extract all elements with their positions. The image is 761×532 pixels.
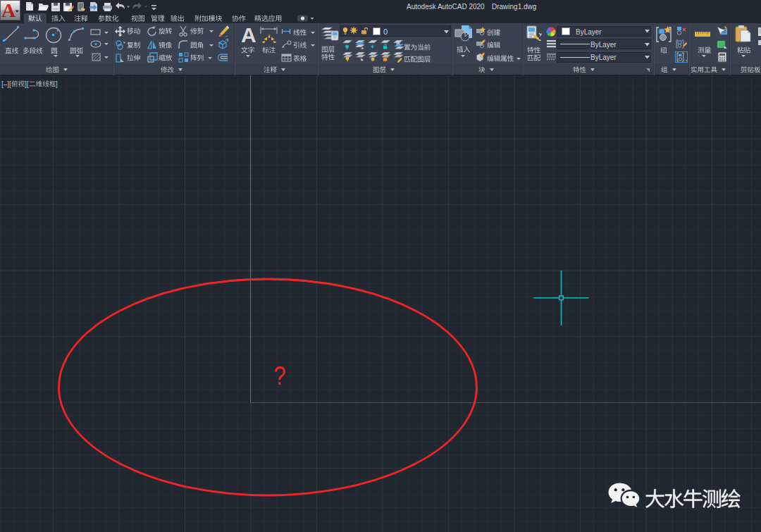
svg-text:?: ? bbox=[273, 361, 285, 390]
